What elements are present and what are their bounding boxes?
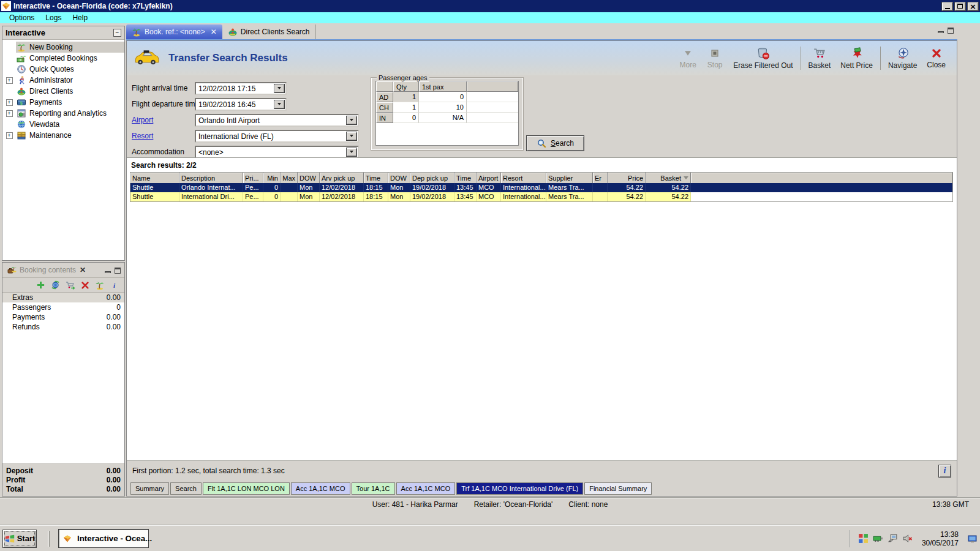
sidebar-item-quick-quotes[interactable]: Quick Quotes <box>2 64 124 75</box>
section-tab-summary[interactable]: Summary <box>130 482 169 495</box>
refresh-globe-icon[interactable] <box>51 280 60 290</box>
pax-rowheader[interactable]: AD <box>376 92 393 102</box>
dropdown-button[interactable] <box>346 116 357 125</box>
dropdown-button[interactable] <box>274 100 285 109</box>
column-header-min[interactable]: Min <box>263 173 281 183</box>
field-accommodation-combo[interactable]: <none> <box>195 146 359 159</box>
column-header-price[interactable]: Price <box>608 173 646 183</box>
booking-row-passengers[interactable]: Passengers 0 <box>2 302 124 312</box>
expand-toggle-icon[interactable]: + <box>2 77 16 84</box>
booking-contents-tab[interactable]: Booking contents ✕ <box>5 264 89 276</box>
column-header-dep-pick-up[interactable]: Dep pick up <box>410 173 454 183</box>
column-header-time[interactable]: Time <box>454 173 477 183</box>
sidebar-item-viewdata[interactable]: Viewdata <box>2 119 124 130</box>
column-header-name[interactable]: Name <box>130 173 179 183</box>
booking-row-extras[interactable]: Extras 0.00 <box>2 293 124 302</box>
window-close-button[interactable]: × <box>967 2 979 11</box>
doc-tab-direct-clients-search[interactable]: Direct Clients Search <box>222 24 316 39</box>
toolbar-close-button[interactable]: Close <box>922 46 951 70</box>
section-tab-acc-1a-1c-mco[interactable]: Acc 1A,1C MCO <box>291 482 350 495</box>
tab-close-icon[interactable]: ✕ <box>78 266 87 274</box>
section-tab-acc-1a-1c-mco[interactable]: Acc 1A,1C MCO <box>396 482 456 495</box>
column-header-dow[interactable]: DOW <box>298 173 320 183</box>
field-link-resort[interactable]: Resort <box>132 132 195 140</box>
add-icon[interactable] <box>36 280 45 290</box>
sidebar-item-maintenance[interactable]: + Maintenance <box>2 130 124 141</box>
pax-rowheader[interactable]: CH <box>376 102 393 113</box>
field-link-airport[interactable]: Airport <box>132 116 195 124</box>
dropdown-button[interactable] <box>346 148 357 157</box>
tab-close-icon[interactable]: ✕ <box>211 28 217 36</box>
column-header-max[interactable]: Max <box>281 173 298 183</box>
doc-tab-book-ref-none[interactable]: Book. ref.: <none> ✕ <box>126 24 222 39</box>
palm-tree-icon[interactable] <box>95 280 105 290</box>
sidebar-item-completed-bookings[interactable]: Completed Bookings <box>2 53 124 64</box>
column-header-supplier[interactable]: Supplier <box>546 173 593 183</box>
field-resort-combo[interactable]: International Drive (FL) <box>195 130 359 143</box>
pax-firstpax-cell[interactable]: 0 <box>419 92 467 102</box>
pax-firstpax-cell[interactable]: 10 <box>419 102 467 113</box>
expand-toggle-icon[interactable]: + <box>2 132 16 139</box>
field-airport-combo[interactable]: Orlando Intl Airport <box>195 114 359 127</box>
pax-qty-cell[interactable]: 1 <box>393 92 419 102</box>
window-restore-button[interactable] <box>954 2 966 11</box>
field-flight-departure-time-combo[interactable]: 19/02/2018 16:45 <box>195 98 287 111</box>
tray-network-icon[interactable] <box>873 533 883 544</box>
tray-volume-muted-icon[interactable] <box>902 533 913 544</box>
taskbar-task-button[interactable]: Interactive - Ocea... <box>58 529 149 548</box>
column-header-pri[interactable]: Pri... <box>243 173 263 183</box>
start-button[interactable]: Start <box>2 530 37 548</box>
section-tab-search[interactable]: Search <box>170 482 202 495</box>
pax-firstpax-cell[interactable]: N/A <box>419 113 467 123</box>
column-header-airport[interactable]: Airport <box>477 173 501 183</box>
info-button[interactable]: i <box>938 465 951 478</box>
tray-colors-icon[interactable] <box>858 533 869 544</box>
panel-maximize-icon[interactable] <box>948 28 954 34</box>
result-row[interactable]: ShuttleOrlando Internat...Pe...0Mon12/02… <box>130 183 952 192</box>
info-icon[interactable]: i <box>110 280 118 290</box>
booking-row-payments[interactable]: Payments 0.00 <box>2 312 124 322</box>
expand-toggle-icon[interactable]: + <box>2 99 16 106</box>
sidebar-item-payments[interactable]: + $Payments <box>2 97 124 108</box>
section-tab-financial-summary[interactable]: Financial Summary <box>584 482 652 495</box>
delete-icon[interactable] <box>81 281 89 290</box>
column-header-resort[interactable]: Resort <box>501 173 546 183</box>
toolbar-stop-button[interactable]: Stop <box>701 46 728 70</box>
pax-rowheader[interactable]: IN <box>376 113 393 123</box>
toolbar-nett-price-button[interactable]: Nett Price <box>835 45 878 71</box>
panel-minimize-icon[interactable] <box>105 271 111 273</box>
panel-maximize-icon[interactable] <box>115 268 121 274</box>
sidebar-item-direct-clients[interactable]: Direct Clients <box>2 86 124 97</box>
expand-toggle-icon[interactable]: + <box>2 110 16 117</box>
toolbar-erase-filtered-out-button[interactable]: Erase Filtered Out <box>728 45 797 71</box>
column-header-description[interactable]: Description <box>179 173 243 183</box>
result-row[interactable]: ShuttleInternational Dri...Pe...0Mon12/0… <box>130 192 952 201</box>
column-header-time[interactable]: Time <box>364 173 388 183</box>
toolbar-navigate-button[interactable]: Navigate <box>883 45 922 71</box>
taskbar-clock[interactable]: 13:38 30/05/2017 <box>922 530 959 547</box>
toolbar-more-button[interactable]: More <box>674 46 701 70</box>
column-header-dow[interactable]: DOW <box>388 173 410 183</box>
pax-qty-cell[interactable]: 1 <box>393 102 419 113</box>
sidebar-item-new-booking[interactable]: New Booking <box>2 42 124 53</box>
panel-minimize-icon[interactable] <box>938 31 944 33</box>
booking-row-refunds[interactable]: Refunds 0.00 <box>2 322 124 332</box>
sidebar-item-reporting-and-analytics[interactable]: + Reporting and Analytics <box>2 108 124 119</box>
menu-logs[interactable]: Logs <box>40 13 67 23</box>
toolbar-basket-button[interactable]: Basket <box>804 45 836 71</box>
show-desktop-icon[interactable] <box>968 534 978 544</box>
dropdown-button[interactable] <box>274 84 285 93</box>
tray-computer-icon[interactable] <box>888 533 898 544</box>
window-minimize-button[interactable] <box>941 2 953 11</box>
menu-options[interactable]: Options <box>4 13 40 23</box>
panel-collapse-button[interactable]: − <box>113 29 121 37</box>
pax-qty-cell[interactable]: 0 <box>393 113 419 123</box>
search-button[interactable]: Search <box>526 135 584 151</box>
basket-transfer-icon[interactable] <box>66 280 75 290</box>
taskbar-grip[interactable] <box>48 531 50 547</box>
section-tab-trf-1a-1c-mco-international-drive-fl[interactable]: Trf 1A,1C MCO International Drive (FL) <box>456 482 583 495</box>
dropdown-button[interactable] <box>346 132 357 141</box>
section-tab-flt-1a-1c-lon-mco-lon[interactable]: Flt 1A,1C LON MCO LON <box>203 482 290 495</box>
menu-help[interactable]: Help <box>67 13 93 23</box>
sidebar-item-administrator[interactable]: + Administrator <box>2 75 124 86</box>
